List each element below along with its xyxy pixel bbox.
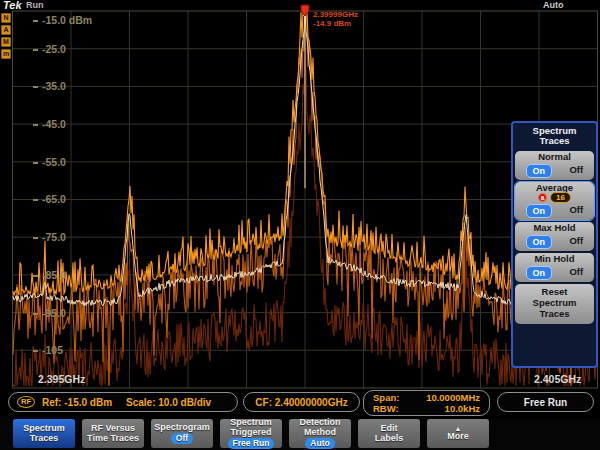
reset-spectrum-traces-button[interactable]: Reset Spectrum Traces — [515, 284, 594, 324]
acquisition-status: Run — [26, 0, 44, 10]
spectrum-triggered-state-pill: Free Run — [228, 438, 275, 449]
ref-value: -15.0 dBm — [64, 397, 112, 408]
peak-marker-readout: 2.39999GHz -14.9 dBm — [313, 10, 358, 28]
y-axis-label: -85.0 — [42, 269, 66, 281]
spectrum-traces-panel: Spectrum Traces Normal On Off Average a … — [511, 121, 598, 368]
peak-marker-frequency: 2.39999GHz — [313, 10, 358, 19]
section-label: Max Hold — [517, 223, 592, 234]
panel-section-normal: Normal On Off — [515, 151, 594, 180]
rbw-value: 10.0kHz — [445, 403, 480, 414]
y-axis-label: -65.0 — [42, 193, 66, 205]
trace-indicator-minhold: m — [1, 49, 11, 59]
acquisition-mode-readout: Free Run — [497, 392, 594, 412]
spectrogram-state-pill: Off — [171, 433, 193, 444]
y-axis-label: -25.0 — [42, 43, 66, 55]
min-hold-off-button[interactable]: Off — [569, 267, 583, 278]
oscilloscope-screen: Tek Run Auto N A M m -15.0 dBm -25.0 -35… — [0, 0, 600, 450]
stop-frequency-label: 2.405GHz — [534, 373, 581, 385]
menu-label: Spectrogram — [154, 423, 210, 432]
scale-value: 10.0 dB/div — [158, 397, 211, 408]
trace-indicator-average: A — [1, 25, 11, 35]
scale-label: Scale: — [126, 397, 155, 408]
menu-label: Time Traces — [87, 434, 139, 443]
average-a-badge: a — [538, 193, 547, 202]
acquisition-mode-value: Free Run — [524, 397, 567, 408]
max-hold-off-button[interactable]: Off — [569, 236, 583, 247]
normal-off-button[interactable]: Off — [569, 165, 583, 176]
reset-label: Reset — [517, 287, 592, 298]
y-axis-label: -15.0 dBm — [42, 14, 92, 26]
average-off-button[interactable]: Off — [569, 205, 583, 216]
rbw-label: RBW: — [373, 403, 399, 414]
rf-badge: RF — [17, 396, 35, 408]
y-axis-label: -35.0 — [42, 80, 66, 92]
detection-method-state-pill: Auto — [305, 438, 334, 449]
panel-title: Spectrum Traces — [515, 124, 594, 150]
span-rbw-readout: Span:10.0000MHz RBW:10.0kHz — [363, 390, 490, 416]
center-frequency-readout: CF: 2.40000000GHz — [243, 392, 360, 412]
ref-label: Ref: — [42, 397, 61, 408]
panel-section-min-hold: Min Hold On Off — [515, 253, 594, 282]
menu-spectrum-traces-button[interactable]: Spectrum Traces — [13, 419, 75, 448]
y-axis-label: -105 — [42, 344, 63, 356]
menu-label: More — [447, 432, 469, 441]
panel-section-average: Average a 16 On Off — [515, 182, 594, 220]
trigger-mode-label: Auto — [543, 0, 564, 10]
spectrum-plot — [0, 0, 600, 450]
span-value: 10.0000MHz — [426, 392, 480, 403]
reset-label: Traces — [517, 309, 592, 320]
peak-marker-amplitude: -14.9 dBm — [313, 19, 358, 28]
menu-label: Labels — [375, 434, 404, 443]
menu-label: Triggered — [230, 428, 271, 437]
section-label: Min Hold — [517, 254, 592, 265]
menu-spectrogram-button[interactable]: Spectrogram Off — [151, 419, 213, 448]
menu-label: Traces — [30, 434, 59, 443]
cf-value: 2.40000000GHz — [275, 397, 348, 408]
menu-more-button[interactable]: ▲ More — [427, 419, 489, 448]
trace-indicator-maxhold: M — [1, 37, 11, 47]
cf-label: CF: — [255, 397, 272, 408]
ref-scale-readout: RF Ref: -15.0 dBm Scale: 10.0 dB/div — [8, 392, 238, 412]
menu-spectrum-triggered-button[interactable]: Spectrum Triggered Free Run — [220, 419, 282, 448]
y-axis-label: -55.0 — [42, 156, 66, 168]
normal-on-button[interactable]: On — [526, 164, 552, 178]
menu-rf-versus-time-traces-button[interactable]: RF Versus Time Traces — [82, 419, 144, 448]
average-on-button[interactable]: On — [526, 204, 552, 218]
min-hold-on-button[interactable]: On — [526, 266, 552, 280]
reset-label: Spectrum — [517, 298, 592, 309]
bottom-menu-bar: Spectrum Traces RF Versus Time Traces Sp… — [0, 419, 600, 450]
y-axis-label: -95.0 — [42, 307, 66, 319]
section-label: Normal — [517, 152, 592, 163]
y-axis-label: -45.0 — [42, 118, 66, 130]
panel-section-max-hold: Max Hold On Off — [515, 222, 594, 251]
average-count-badges: a 16 — [517, 193, 592, 203]
tek-logo: Tek — [3, 0, 22, 11]
start-frequency-label: 2.395GHz — [38, 373, 85, 385]
menu-detection-method-button[interactable]: Detection Method Auto — [289, 419, 351, 448]
trace-indicator-normal: N — [1, 13, 11, 23]
max-hold-on-button[interactable]: On — [526, 235, 552, 249]
span-label: Span: — [373, 392, 399, 403]
average-count-badge: 16 — [550, 192, 571, 203]
menu-edit-labels-button[interactable]: Edit Labels — [358, 419, 420, 448]
y-axis-label: -75.0 — [42, 231, 66, 243]
menu-label: Method — [304, 428, 336, 437]
